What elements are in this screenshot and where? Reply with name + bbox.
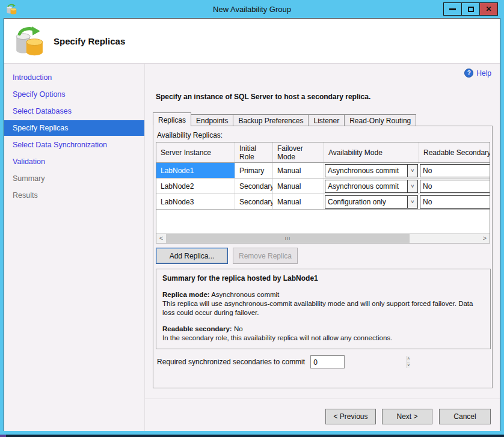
sidebar-item-introduction[interactable]: Introduction [4, 70, 144, 85]
column-header-availability-mode: Availability Mode [324, 142, 419, 162]
readable-secondary-dropdown[interactable]: No [420, 195, 490, 209]
next-button[interactable]: Next > [382, 409, 432, 424]
summary-readable-desc: In the secondary role, this availability… [162, 334, 392, 341]
cell-availability-mode: Asynchronous commit ˅ [324, 179, 419, 194]
cell-readable-secondary: No [419, 194, 490, 209]
tab-replicas[interactable]: Replicas [153, 112, 191, 126]
instruction-text: Specify an instance of SQL Server to hos… [156, 93, 370, 101]
sidebar-item-specify-options[interactable]: Specify Options [4, 87, 144, 102]
table-row-labnode2: LabNode2 Secondary Manual Asynchronous c… [156, 179, 490, 194]
titlebar: New Availability Group ✕ [4, 0, 500, 18]
required-secondaries-input[interactable] [311, 356, 407, 368]
grid-header-row: Server Instance Initial Role Failover Mo… [156, 142, 490, 163]
scroll-right-button[interactable]: > [480, 234, 490, 243]
maximize-button[interactable] [461, 2, 480, 16]
cell-failover-mode: Manual [273, 194, 324, 209]
summary-title: Summary for the replica hosted by LabNod… [162, 274, 484, 283]
sidebar-item-validation[interactable]: Validation [4, 154, 144, 170]
cell-availability-mode: Asynchronous commit ˅ [324, 163, 419, 178]
sidebar-item-specify-replicas[interactable]: Specify Replicas [4, 120, 144, 136]
wizard-content: ? Help Specify an instance of SQL Server… [145, 64, 500, 431]
sidebar-item-select-data-synchronization[interactable]: Select Data Synchronization [4, 137, 144, 153]
scrollbar-thumb[interactable]: III [166, 234, 410, 243]
summary-replica-mode: Replica mode: Asynchronous commit This r… [162, 290, 484, 317]
tab-endpoints[interactable]: Endpoints [191, 114, 233, 126]
new-availability-group-window: New Availability Group ✕ Specify Replica… [0, 0, 504, 435]
sidebar-item-summary: Summary [4, 171, 144, 186]
sidebar-item-select-databases[interactable]: Select Databases [4, 103, 144, 119]
previous-button[interactable]: < Previous [325, 409, 376, 424]
column-header-readable-secondary: Readable Secondary [419, 142, 490, 162]
column-header-initial-role: Initial Role [235, 142, 273, 162]
page-title: Specify Replicas [54, 36, 125, 46]
column-header-server-instance: Server Instance [156, 142, 235, 162]
cell-server-instance[interactable]: LabNode2 [156, 179, 235, 194]
window-title: New Availability Group [4, 5, 500, 14]
required-secondaries-row: Required synchronized secondaries to com… [157, 355, 345, 368]
spinner-buttons: ˄ ˅ [407, 356, 410, 368]
spinner-up-button[interactable]: ˄ [407, 356, 410, 362]
window-body: Specify Replicas Introduction Specify Op… [4, 18, 500, 431]
tab-listener[interactable]: Listener [308, 114, 345, 126]
cell-server-instance[interactable]: LabNode1 [156, 163, 235, 178]
wizard-steps-sidebar: Introduction Specify Options Select Data… [4, 64, 145, 431]
maximize-icon [468, 7, 474, 12]
desktop-background: New Availability Group ✕ Specify Replica… [0, 0, 504, 437]
availability-replicas-label: Availability Replicas: [157, 131, 223, 139]
horizontal-scrollbar: < III > [156, 233, 490, 243]
spinner-down-button[interactable]: ˅ [407, 362, 410, 368]
column-header-failover-mode: Failover Mode [273, 142, 324, 162]
minimize-button[interactable] [443, 2, 462, 16]
cell-failover-mode: Manual [273, 163, 324, 178]
cell-readable-secondary: No [419, 163, 490, 178]
required-secondaries-label: Required synchronized secondaries to com… [157, 358, 305, 366]
scrollbar-grip-icon: III [285, 236, 291, 241]
scrollbar-track[interactable] [410, 234, 480, 243]
cell-availability-mode: Configuration only ˅ [324, 194, 419, 209]
window-controls: ✕ [444, 2, 498, 16]
wizard-main: Introduction Specify Options Select Data… [4, 64, 500, 431]
availability-mode-dropdown[interactable]: Asynchronous commit ˅ [325, 164, 418, 177]
footer-buttons: < Previous Next > Cancel [319, 409, 491, 424]
cell-initial-role: Secondary [235, 194, 273, 209]
cancel-button[interactable]: Cancel [439, 409, 491, 424]
tab-read-only-routing[interactable]: Read-Only Routing [344, 114, 416, 126]
summary-readable-secondary: Readable secondary: No In the secondary … [162, 325, 484, 343]
close-icon: ✕ [485, 5, 491, 13]
table-row-labnode3: LabNode3 Secondary Manual Configuration … [156, 194, 490, 210]
wizard-header: Specify Replicas [4, 19, 500, 64]
cell-server-instance[interactable]: LabNode3 [156, 194, 235, 209]
cell-failover-mode: Manual [273, 179, 324, 194]
replicas-grid: Server Instance Initial Role Failover Mo… [156, 142, 490, 243]
help-label: Help [476, 69, 491, 78]
help-link[interactable]: ? Help [464, 69, 491, 78]
cell-readable-secondary: No [419, 179, 490, 194]
chevron-down-icon: ˅ [407, 165, 417, 177]
readable-secondary-dropdown[interactable]: No [420, 180, 490, 193]
help-icon: ? [464, 69, 473, 78]
replicas-tab-panel: Availability Replicas: Server Instance I… [153, 126, 493, 388]
close-button[interactable]: ✕ [479, 2, 498, 16]
chevron-down-icon: ˅ [407, 196, 417, 208]
scroll-left-button[interactable]: < [156, 234, 166, 243]
replica-summary-box: Summary for the replica hosted by LabNod… [156, 269, 491, 349]
table-row-labnode1: LabNode1 Primary Manual Asynchronous com… [156, 163, 490, 179]
minimize-icon [449, 8, 456, 10]
readable-secondary-dropdown[interactable]: No [420, 164, 490, 177]
sidebar-item-results: Results [4, 188, 144, 203]
availability-mode-dropdown[interactable]: Configuration only ˅ [325, 195, 418, 209]
summary-replica-mode-desc: This replica will use asynchronous-commi… [162, 300, 473, 316]
grid-empty-area [156, 210, 490, 233]
cell-initial-role: Secondary [235, 179, 273, 194]
replica-databases-icon [14, 26, 44, 56]
remove-replica-button: Remove Replica [233, 248, 298, 264]
add-replica-button[interactable]: Add Replica... [156, 248, 228, 264]
required-secondaries-spinner: ˄ ˅ [310, 355, 345, 368]
footer-divider [145, 399, 500, 399]
chevron-down-icon: ˅ [407, 180, 417, 192]
availability-mode-dropdown[interactable]: Asynchronous commit ˅ [325, 180, 418, 193]
tabstrip: Replicas Endpoints Backup Preferences Li… [153, 112, 416, 126]
tab-backup-preferences[interactable]: Backup Preferences [233, 114, 309, 126]
cell-initial-role: Primary [235, 163, 273, 178]
